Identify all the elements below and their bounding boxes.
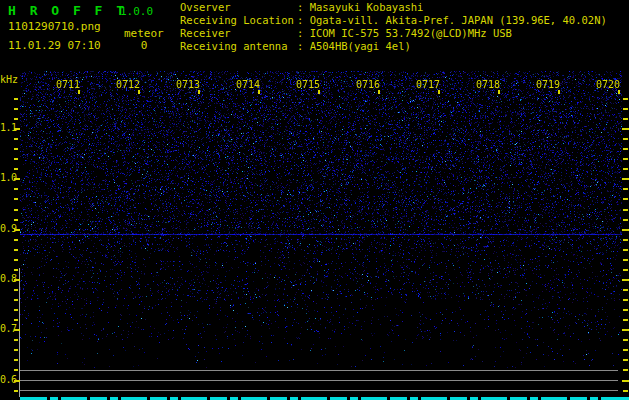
time-tick	[438, 90, 440, 94]
app-version: 1.0.0	[120, 5, 153, 18]
freq-tick-left	[14, 219, 18, 221]
time-label-0718: 0718	[473, 79, 503, 90]
observation-datetime: 11.01.29 07:10	[8, 39, 101, 52]
freq-tick-left	[14, 128, 20, 130]
station-info: Ovserver: Masayuki Kobayashi Receiving L…	[180, 1, 607, 53]
separator: :	[297, 14, 310, 26]
freq-tick-right	[623, 359, 628, 361]
grid-line-1	[20, 370, 618, 371]
freq-tick-right	[623, 168, 628, 170]
freq-tick-left	[14, 329, 20, 331]
grid-line-3	[20, 390, 618, 391]
antenna-label: Receiving antenna	[180, 40, 297, 53]
freq-label-1.1: 1.1	[0, 122, 14, 133]
freq-tick-right	[623, 108, 628, 110]
freq-tick-left	[14, 359, 18, 361]
freq-tick-left	[14, 168, 18, 170]
freq-tick-right	[623, 239, 628, 241]
freq-tick-right	[623, 158, 628, 160]
freq-label-0.7: 0.7	[0, 323, 14, 334]
time-label-0713: 0713	[173, 79, 203, 90]
freq-tick-left	[14, 309, 18, 311]
freq-tick-left	[14, 229, 20, 231]
freq-tick-right	[622, 380, 629, 382]
freq-tick-right	[623, 349, 628, 351]
freq-tick-right	[623, 369, 628, 371]
freq-tick-right	[623, 118, 628, 120]
freq-tick-left	[14, 188, 18, 190]
freq-tick-right	[623, 339, 628, 341]
time-tick	[78, 90, 80, 94]
time-label-0719: 0719	[533, 79, 563, 90]
freq-tick-left	[14, 339, 18, 341]
time-tick	[198, 90, 200, 94]
receiver-value: ICOM IC-575 53.7492(@LCD)MHz USB	[310, 27, 512, 39]
frequency-unit-label: kHz	[0, 74, 18, 85]
time-tick	[318, 90, 320, 94]
plot-left-border-line	[19, 268, 20, 397]
freq-tick-right	[622, 329, 629, 331]
freq-tick-right	[623, 299, 628, 301]
freq-tick-right	[623, 249, 628, 251]
freq-label-0.9: 0.9	[0, 223, 14, 234]
time-tick	[378, 90, 380, 94]
time-label-0720: 0720	[593, 79, 623, 90]
observer-label: Ovserver	[180, 1, 297, 14]
time-label-0712: 0712	[113, 79, 143, 90]
freq-tick-left	[14, 138, 18, 140]
freq-tick-right	[623, 269, 628, 271]
freq-tick-right	[622, 128, 629, 130]
separator: :	[297, 27, 310, 39]
freq-tick-right	[623, 390, 628, 392]
receiver-label: Receiver	[180, 27, 297, 40]
freq-tick-right	[623, 219, 628, 221]
time-label-0717: 0717	[413, 79, 443, 90]
time-tick	[498, 90, 500, 94]
separator: :	[297, 40, 310, 52]
freq-tick-left	[14, 178, 20, 180]
location-value: Ogata-vill. Akita-Pref. JAPAN (139.96E, …	[310, 14, 607, 26]
freq-tick-right	[623, 148, 628, 150]
freq-tick-left	[14, 380, 20, 382]
freq-tick-right	[623, 138, 628, 140]
station-row-receiver: Receiver: ICOM IC-575 53.7492(@LCD)MHz U…	[180, 27, 607, 40]
freq-tick-right	[623, 289, 628, 291]
freq-tick-right	[622, 229, 629, 231]
time-tick	[138, 90, 140, 94]
output-filename: 1101290710.png	[8, 20, 101, 33]
time-label-0711: 0711	[53, 79, 83, 90]
freq-tick-left	[14, 198, 18, 200]
freq-tick-right	[623, 198, 628, 200]
hrofft-window: H R O F F T 1.0.0 1101290710.png meteor …	[0, 0, 629, 400]
freq-tick-left	[14, 209, 18, 211]
freq-label-1.0: 1.0	[0, 172, 14, 183]
freq-tick-left	[14, 390, 18, 392]
freq-tick-right	[623, 98, 628, 100]
freq-tick-left	[14, 349, 18, 351]
separator: :	[297, 1, 310, 13]
location-label: Receiving Location	[180, 14, 297, 27]
freq-tick-left	[14, 259, 18, 261]
freq-tick-right	[623, 309, 628, 311]
freq-label-0.8: 0.8	[0, 273, 14, 284]
station-row-location: Receiving Location: Ogata-vill. Akita-Pr…	[180, 14, 607, 27]
freq-tick-left	[14, 369, 18, 371]
freq-tick-left	[14, 98, 18, 100]
freq-tick-left	[14, 108, 18, 110]
time-label-0714: 0714	[233, 79, 263, 90]
freq-tick-left	[14, 279, 20, 281]
freq-tick-left	[14, 299, 18, 301]
station-row-antenna: Receiving antenna: A504HB(yagi 4el)	[180, 40, 607, 53]
freq-tick-right	[622, 279, 629, 281]
antenna-value: A504HB(yagi 4el)	[310, 40, 411, 52]
freq-tick-left	[14, 239, 18, 241]
time-tick	[558, 90, 560, 94]
freq-tick-left	[14, 249, 18, 251]
freq-tick-left	[14, 269, 18, 271]
time-label-0716: 0716	[353, 79, 383, 90]
freq-tick-right	[622, 178, 629, 180]
station-row-observer: Ovserver: Masayuki Kobayashi	[180, 1, 607, 14]
freq-tick-left	[14, 319, 18, 321]
meteor-count: 0	[126, 39, 162, 52]
freq-tick-right	[623, 188, 628, 190]
